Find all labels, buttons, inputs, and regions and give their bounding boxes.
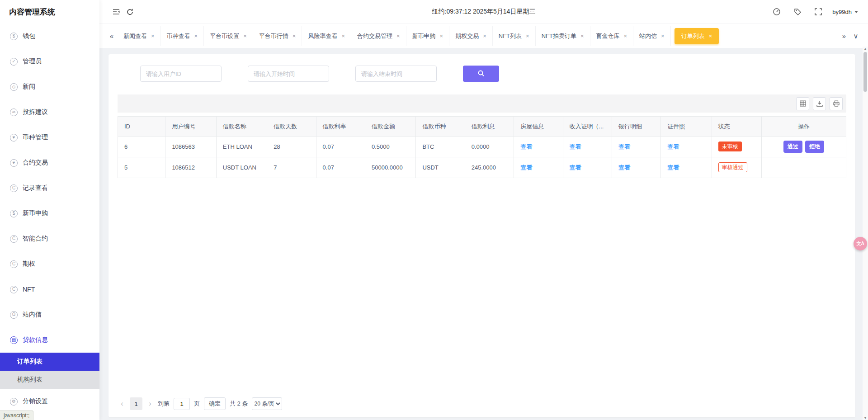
id-photo-view-link[interactable]: 查看 bbox=[667, 143, 679, 150]
feedback-icon: ∞ bbox=[10, 109, 18, 116]
page-scrollbar[interactable]: ▲ ▼ bbox=[863, 47, 868, 420]
sidebar-item[interactable]: $新币申购 bbox=[0, 201, 99, 226]
tab-item[interactable]: 平台币行情× bbox=[253, 26, 302, 46]
sidebar-item[interactable]: $钱包 bbox=[0, 24, 99, 49]
sidebar-item[interactable]: ✓管理员 bbox=[0, 49, 99, 74]
reject-button[interactable]: 拒绝 bbox=[805, 141, 824, 153]
sidebar-item[interactable]: C记录查看 bbox=[0, 175, 99, 201]
sidebar-item[interactable]: ∞投拆建议 bbox=[0, 99, 99, 125]
sidebar-item[interactable]: ▤贷款信息 bbox=[0, 327, 99, 353]
next-page-icon[interactable]: › bbox=[146, 400, 154, 408]
content-card: ID用户编号借款名称借款天数借款利率借款金额借款币种借款利息房屋信息收入证明（.… bbox=[108, 54, 855, 417]
close-icon[interactable]: × bbox=[483, 33, 486, 39]
tabbar: « 新闻查看×币种查看×平台币设置×平台币行情×风险率查看×合约交易管理×新币申… bbox=[99, 24, 868, 48]
tabs-menu-icon[interactable]: ∨ bbox=[850, 32, 862, 40]
search-button[interactable] bbox=[463, 66, 499, 82]
translate-float-button[interactable]: 文A bbox=[854, 237, 867, 250]
start-time-input[interactable] bbox=[248, 66, 329, 82]
tab-item[interactable]: 币种查看× bbox=[161, 26, 204, 46]
gear-icon: ⚙ bbox=[10, 398, 18, 406]
sidebar-item[interactable]: C智能合约 bbox=[0, 226, 99, 251]
sidebar-item[interactable]: ♥币种管理 bbox=[0, 125, 99, 150]
tab-item[interactable]: 新币申购× bbox=[406, 26, 450, 46]
approve-button[interactable]: 通过 bbox=[783, 141, 802, 153]
sidebar-item-label: 投拆建议 bbox=[23, 108, 48, 116]
cell: 查看 bbox=[514, 157, 563, 178]
close-icon[interactable]: × bbox=[292, 33, 296, 39]
tabs-scroll-left-icon[interactable]: « bbox=[106, 32, 118, 40]
close-icon[interactable]: × bbox=[341, 33, 345, 39]
options-icon: C bbox=[10, 260, 18, 268]
user-menu[interactable]: by99dh bbox=[832, 9, 858, 15]
nft-icon: C bbox=[10, 286, 18, 293]
tab-active[interactable]: 订单列表× bbox=[675, 28, 719, 44]
close-icon[interactable]: × bbox=[661, 33, 665, 39]
goto-confirm-button[interactable]: 确定 bbox=[204, 397, 226, 410]
tab-item[interactable]: 期权交易× bbox=[449, 26, 493, 46]
news-icon: ◇ bbox=[10, 83, 18, 91]
tab-item[interactable]: 风险率查看× bbox=[302, 26, 351, 46]
close-icon[interactable]: × bbox=[440, 33, 443, 39]
close-icon[interactable]: × bbox=[624, 33, 627, 39]
tabs-scroll-right-icon[interactable]: » bbox=[838, 32, 850, 40]
sidebar-item[interactable]: CNFT bbox=[0, 277, 99, 302]
close-icon[interactable]: × bbox=[151, 33, 155, 39]
scroll-up-icon[interactable]: ▲ bbox=[863, 47, 868, 50]
bank-detail-view-link[interactable]: 查看 bbox=[618, 143, 630, 150]
tab-item[interactable]: 平台币设置× bbox=[204, 26, 253, 46]
cell: 0.07 bbox=[316, 157, 365, 178]
menu-fold-icon[interactable] bbox=[109, 5, 123, 19]
income-proof-view-link[interactable]: 查看 bbox=[570, 143, 581, 150]
income-proof-view-link[interactable]: 查看 bbox=[570, 164, 581, 171]
cell: 查看 bbox=[563, 157, 612, 178]
tab-item[interactable]: NFT拍卖订单× bbox=[536, 26, 590, 46]
sidebar-item[interactable]: C期权 bbox=[0, 251, 99, 277]
page-number[interactable]: 1 bbox=[130, 397, 142, 410]
fullscreen-icon[interactable] bbox=[811, 5, 825, 19]
cell: BTC bbox=[416, 137, 465, 157]
end-time-input[interactable] bbox=[355, 66, 437, 82]
refresh-icon[interactable] bbox=[123, 5, 137, 19]
close-icon[interactable]: × bbox=[709, 33, 712, 39]
goto-page-input[interactable] bbox=[174, 398, 190, 410]
cell: 查看 bbox=[661, 137, 712, 157]
scroll-down-icon[interactable]: ▼ bbox=[863, 416, 868, 420]
sidebar-subitem[interactable]: 机构列表 bbox=[0, 371, 99, 389]
column-header: 借款金额 bbox=[365, 117, 415, 137]
column-header: ID bbox=[118, 117, 165, 137]
user-id-input[interactable] bbox=[140, 66, 222, 82]
tab-item[interactable]: 盲盒仓库× bbox=[590, 26, 634, 46]
tab-label: NFT拍卖订单 bbox=[542, 32, 576, 40]
column-header: 借款币种 bbox=[416, 117, 465, 137]
bank-detail-view-link[interactable]: 查看 bbox=[618, 164, 630, 171]
sidebar-item-label: 币种管理 bbox=[23, 133, 48, 142]
actions-cell bbox=[762, 157, 846, 178]
sidebar-subitem[interactable]: 订单列表 bbox=[0, 353, 99, 371]
tag-icon[interactable] bbox=[791, 5, 804, 19]
close-icon[interactable]: × bbox=[194, 33, 198, 39]
page-size-select[interactable]: 20 条/页 bbox=[252, 397, 282, 410]
house-info-view-link[interactable]: 查看 bbox=[520, 143, 532, 150]
close-icon[interactable]: × bbox=[526, 33, 529, 39]
close-icon[interactable]: × bbox=[580, 33, 584, 39]
columns-grid-icon[interactable] bbox=[796, 97, 809, 110]
export-icon[interactable] bbox=[813, 97, 826, 110]
close-icon[interactable]: × bbox=[396, 33, 400, 39]
tab-item[interactable]: NFT列表× bbox=[493, 26, 536, 46]
sidebar-item[interactable]: Ω站内信 bbox=[0, 302, 99, 327]
cell: 7 bbox=[267, 157, 316, 178]
close-icon[interactable]: × bbox=[243, 33, 247, 39]
sidebar-item[interactable]: ♥合约交易 bbox=[0, 150, 99, 175]
print-icon[interactable] bbox=[830, 97, 843, 110]
prev-page-icon[interactable]: ‹ bbox=[118, 400, 126, 408]
sidebar-item[interactable]: ◇新闻 bbox=[0, 74, 99, 99]
tab-item[interactable]: 新闻查看× bbox=[118, 26, 161, 46]
tab-item[interactable]: 合约交易管理× bbox=[351, 26, 406, 46]
scrollbar-thumb[interactable] bbox=[863, 52, 867, 92]
dashboard-icon[interactable] bbox=[770, 5, 783, 19]
tab-item[interactable]: 站内信× bbox=[633, 26, 671, 46]
sidebar-item-label: 站内信 bbox=[23, 311, 42, 319]
house-info-view-link[interactable]: 查看 bbox=[520, 164, 532, 171]
cell: 50000.0000 bbox=[365, 157, 415, 178]
id-photo-view-link[interactable]: 查看 bbox=[667, 164, 679, 171]
